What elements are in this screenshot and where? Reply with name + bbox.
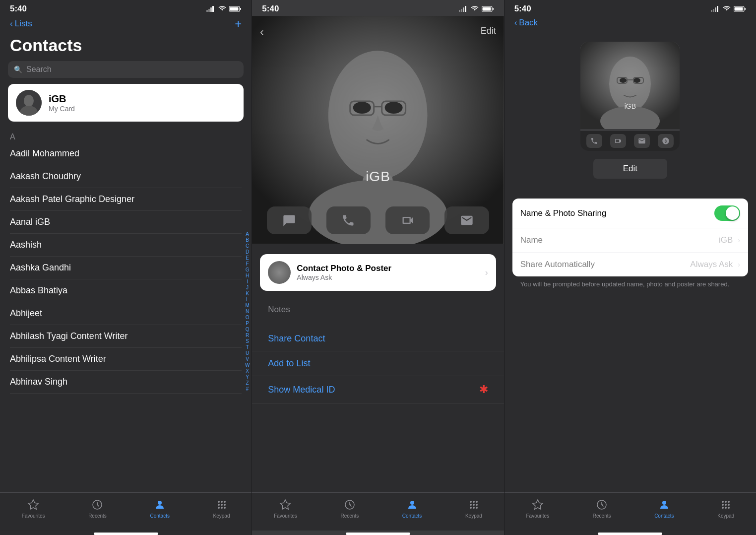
tab-keypad-1[interactable]: Keypad	[213, 498, 230, 519]
alpha-k[interactable]: K	[245, 290, 250, 296]
tab-keypad-3[interactable]: Keypad	[717, 498, 734, 519]
alpha-u[interactable]: U	[245, 350, 250, 355]
hero-call-btn[interactable]	[326, 206, 371, 234]
p3-btn-dollar[interactable]	[658, 134, 674, 148]
alpha-e[interactable]: E	[245, 255, 250, 260]
tab-recents-1[interactable]: Recents	[88, 498, 107, 519]
status-time-1: 5:40	[10, 4, 27, 14]
tab-recents-2[interactable]: Recents	[340, 498, 359, 519]
svg-point-69	[725, 504, 727, 506]
alpha-s[interactable]: S	[245, 338, 250, 343]
alpha-d[interactable]: D	[245, 249, 250, 254]
alpha-f[interactable]: F	[245, 261, 250, 266]
action-links: Share Contact Add to List Show Medical I…	[252, 323, 504, 407]
alpha-m[interactable]: M	[245, 302, 250, 308]
p3-btn-video[interactable]	[610, 134, 626, 148]
poster-card[interactable]: Contact Photo & Poster Always Ask ›	[260, 254, 496, 291]
hero-video-btn[interactable]	[385, 206, 430, 234]
add-to-list-link[interactable]: Add to List	[252, 351, 504, 376]
name-photo-sharing-row[interactable]: Name & Photo Sharing	[512, 199, 748, 228]
contact-aashish[interactable]: Aashish	[10, 234, 242, 257]
tab-label-rec-3: Recents	[593, 513, 611, 519]
tab-keypad-2[interactable]: Keypad	[465, 498, 482, 519]
alpha-a[interactable]: A	[245, 231, 250, 236]
battery-icon-3	[734, 6, 746, 12]
svg-point-45	[470, 507, 472, 509]
alpha-c[interactable]: C	[245, 243, 250, 248]
back-button-1[interactable]: ‹ Lists	[10, 19, 32, 29]
home-indicator-2	[346, 533, 410, 535]
alpha-r[interactable]: R	[245, 332, 250, 337]
alpha-x[interactable]: X	[245, 368, 250, 373]
contact-abbas[interactable]: Abbas Bhatiya	[10, 279, 242, 302]
svg-point-16	[221, 504, 223, 506]
add-button-1[interactable]: +	[235, 18, 242, 30]
tab-recents-3[interactable]: Recents	[593, 498, 611, 519]
tab-contacts-3[interactable]: Contacts	[654, 498, 674, 519]
alpha-b[interactable]: B	[245, 237, 250, 242]
name-photo-sharing-toggle[interactable]	[714, 205, 740, 221]
wifi-icon-2	[471, 6, 479, 12]
alpha-h[interactable]: H	[245, 272, 250, 278]
poster-subtitle: Always Ask	[297, 273, 391, 281]
p3-back-button[interactable]: ‹ Back	[514, 18, 538, 28]
contact-aanal[interactable]: Aanal iGB	[10, 211, 242, 234]
hero-edit-button[interactable]: Edit	[481, 26, 496, 36]
alpha-g[interactable]: G	[245, 267, 250, 272]
tab-label-fav-3: Favourites	[526, 513, 549, 519]
p3-btn-mail[interactable]	[634, 134, 650, 148]
hero-back-button[interactable]: ‹	[260, 26, 263, 39]
search-bar-1[interactable]: 🔍 Search	[8, 61, 244, 78]
alpha-i[interactable]: I	[245, 278, 250, 284]
alpha-l[interactable]: L	[245, 296, 250, 302]
tab-bar-2: Favourites Recents Contacts Keypad	[252, 492, 504, 531]
contact-abhilipsa[interactable]: Abhilipsa Content Writer	[10, 348, 242, 371]
svg-point-65	[722, 501, 724, 503]
my-card-row[interactable]: iGB My Card	[8, 84, 244, 122]
status-icons-3	[711, 6, 746, 12]
contact-aashka[interactable]: Aashka Gandhi	[10, 257, 242, 279]
name-photo-sharing-label: Name & Photo Sharing	[520, 208, 607, 218]
alpha-t[interactable]: T	[245, 344, 250, 349]
contact-aadil[interactable]: Aadil Mohammed	[10, 142, 242, 165]
alpha-hash[interactable]: #	[245, 386, 250, 391]
tab-favourites-1[interactable]: Favourites	[22, 498, 45, 519]
person-icon-1	[153, 498, 167, 512]
contact-abhilash[interactable]: Abhilash Tyagi Content Writer	[10, 325, 242, 348]
hero-mail-btn[interactable]	[444, 206, 489, 234]
contact-aakash-p[interactable]: Aakash Patel Graphic Designer	[10, 188, 242, 211]
hero-message-btn[interactable]	[267, 206, 311, 234]
medical-star-icon: ✱	[479, 383, 488, 396]
p3-btn-phone[interactable]	[586, 134, 602, 148]
tab-contacts-1[interactable]: Contacts	[150, 498, 169, 519]
alpha-p[interactable]: P	[245, 320, 250, 326]
svg-point-39	[470, 501, 472, 503]
tab-contacts-2[interactable]: Contacts	[402, 498, 422, 519]
alpha-z[interactable]: Z	[245, 380, 250, 385]
name-row[interactable]: Name iGB ›	[512, 228, 748, 253]
alpha-index[interactable]: A B C D E F G H I J K L M N O P Q R S T …	[245, 231, 250, 391]
alpha-n[interactable]: N	[245, 308, 250, 314]
alpha-o[interactable]: O	[245, 314, 250, 320]
tab-favourites-3[interactable]: Favourites	[526, 498, 549, 519]
contact-abhinav[interactable]: Abhinav Singh	[10, 371, 242, 394]
share-automatically-row[interactable]: Share Automatically Always Ask ›	[512, 253, 748, 276]
keypad-icon-3	[719, 498, 733, 512]
svg-point-15	[218, 504, 220, 506]
search-placeholder-1: Search	[26, 65, 52, 74]
alpha-q[interactable]: Q	[245, 326, 250, 332]
alpha-v[interactable]: V	[245, 356, 250, 361]
tab-favourites-2[interactable]: Favourites	[274, 498, 297, 519]
show-medical-id-link[interactable]: Show Medical ID ✱	[252, 376, 504, 403]
alpha-y[interactable]: Y	[245, 374, 250, 379]
page-title-1: Contacts	[0, 34, 252, 61]
edit-button-3[interactable]: Edit	[593, 159, 667, 179]
alpha-w[interactable]: W	[245, 362, 250, 367]
share-contact-link[interactable]: Share Contact	[252, 327, 504, 351]
contacts-list: A Aadil Mohammed Aakash Choudhry Aakash …	[0, 130, 252, 492]
contact-aakash-c[interactable]: Aakash Choudhry	[10, 165, 242, 188]
my-card-info: iGB My Card	[49, 93, 75, 113]
svg-rect-1	[208, 9, 210, 12]
contact-abhijeet[interactable]: Abhijeet	[10, 302, 242, 325]
alpha-j[interactable]: J	[245, 284, 250, 290]
